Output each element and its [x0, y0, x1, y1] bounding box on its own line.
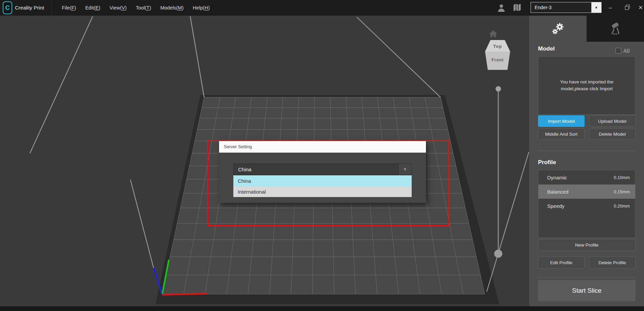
profile-row-dynamic[interactable]: Dynamic 0.10mm	[538, 170, 635, 184]
tab-model-settings[interactable]	[529, 16, 587, 42]
menu-models[interactable]: Models(M)	[160, 5, 184, 11]
profile-list: Dynamic 0.10mm Balanced 0.15mm Speedy 0.…	[538, 170, 636, 238]
delete-profile-button[interactable]: Delete Profile	[589, 256, 636, 269]
close-button[interactable]: ✕	[636, 0, 644, 16]
profile-row-balanced[interactable]: Balanced 0.15mm	[538, 184, 635, 199]
empty-model-message: You have not imported the model,please c…	[547, 79, 627, 92]
edit-profile-button[interactable]: Edit Profile	[538, 256, 585, 269]
chevron-down-icon[interactable]: ▼	[398, 164, 411, 175]
select-all-checkbox[interactable]	[615, 48, 621, 54]
profile-heading: Profile	[538, 159, 556, 166]
start-slice-button[interactable]: Start Slice	[538, 280, 636, 301]
printer-selector-value: Ender-3	[531, 5, 591, 10]
restore-button[interactable]	[622, 0, 632, 16]
titlebar-separator	[52, 0, 52, 16]
slider-top-handle[interactable]	[496, 86, 501, 92]
dropdown-option-china[interactable]: China	[233, 175, 412, 187]
server-setting-dialog: Server Setting China ▼ China Internation…	[219, 141, 426, 203]
import-model-button[interactable]: Import Model	[538, 115, 585, 127]
menu-view[interactable]: View(V)	[109, 5, 127, 11]
view-cube-front-label[interactable]: Front	[483, 58, 512, 62]
server-dropdown[interactable]: China ▼	[233, 163, 412, 175]
menu-bar: File(F) Edit(E) View(V) Tool(T) Models(M…	[62, 0, 210, 16]
printer-selector[interactable]: Ender-3 ▼	[531, 2, 602, 13]
axis-x-red	[162, 294, 207, 295]
select-all-label: All	[623, 48, 630, 54]
printer-lamp-icon	[609, 23, 622, 35]
slider-bottom-handle[interactable]	[494, 250, 502, 258]
upload-model-button[interactable]: Upload Model	[589, 115, 636, 127]
app-name: Creality Print	[15, 5, 44, 11]
section-divider	[537, 277, 636, 277]
bottom-bar	[0, 306, 644, 311]
menu-tool[interactable]: Tool(T)	[136, 5, 151, 11]
dialog-title: Server Setting	[219, 141, 426, 153]
server-dropdown-value: China	[234, 167, 398, 172]
user-account-icon[interactable]	[497, 3, 506, 13]
menu-edit[interactable]: Edit(E)	[85, 5, 100, 11]
section-divider	[537, 151, 636, 151]
restore-icon	[625, 6, 629, 9]
creality-print-window: Top Front Server Setting China ▼ China I…	[0, 0, 644, 311]
menu-help[interactable]: Help(H)	[193, 5, 210, 11]
gears-icon	[551, 22, 565, 36]
profile-row-speedy[interactable]: Speedy 0.20mm	[538, 199, 635, 213]
layer-slider[interactable]	[494, 86, 502, 258]
minimize-button[interactable]: –	[605, 0, 615, 16]
menu-file[interactable]: File(F)	[62, 5, 76, 11]
model-heading: Model	[538, 45, 555, 52]
folded-map-icon[interactable]	[513, 4, 522, 12]
view-cube-top-label[interactable]: Top	[483, 44, 512, 49]
right-sidebar: Model All You have not imported the mode…	[529, 16, 644, 311]
printer-selector-chevron-icon[interactable]: ▼	[591, 2, 601, 13]
dropdown-option-international[interactable]: International	[233, 187, 412, 197]
home-view-icon[interactable]	[488, 29, 498, 39]
new-profile-button[interactable]: New Profile	[538, 239, 636, 251]
middle-and-sort-button[interactable]: Middle And Sort	[538, 128, 585, 140]
view-cube[interactable]: Top Front	[483, 39, 512, 73]
delete-model-button[interactable]: Delete Model	[589, 128, 636, 140]
model-list-panel: You have not imported the model,please c…	[538, 56, 636, 115]
tab-device-preview[interactable]	[587, 16, 644, 42]
title-bar: C Creality Print File(F) Edit(E) View(V)…	[0, 0, 644, 16]
sidebar-tabstrip	[529, 16, 644, 42]
creality-logo: C	[3, 1, 12, 14]
